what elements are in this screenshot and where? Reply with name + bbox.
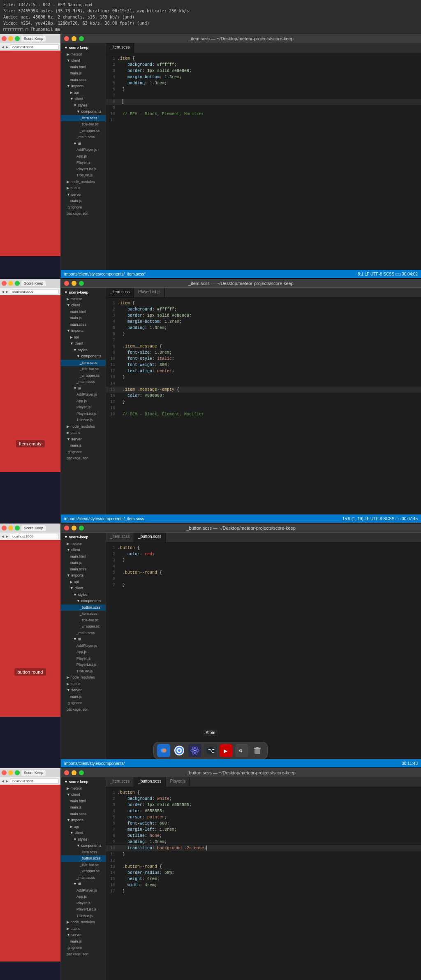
tree-ui-3[interactable]: ▼ ui (61, 636, 106, 643)
editor-tab-itemscss-3[interactable]: _item.scss (106, 533, 134, 542)
tree-buttonscss-3[interactable]: _button.scss (61, 605, 106, 611)
tree-item-mainscss-1[interactable]: main.scss (61, 77, 106, 83)
dock-chrome[interactable] (173, 744, 186, 757)
browser-tab-4[interactable]: Score Keep (21, 770, 46, 776)
tree-packagejson-3[interactable]: package.json (61, 707, 106, 713)
tree-mainhtml-4[interactable]: main.html (61, 798, 106, 805)
tree-components-4[interactable]: ▼ components (61, 843, 106, 849)
tree-imports-4[interactable]: ▼ imports (61, 817, 106, 824)
tree-packagejson-2[interactable]: package.json (61, 455, 106, 462)
tree-serverjs-3[interactable]: main.js (61, 694, 106, 700)
tree-item-meteor-1[interactable]: ▶ meteor (61, 51, 106, 58)
tree-item-appjs-1[interactable]: App.js (61, 153, 106, 160)
tree-item-titlebar-1[interactable]: _title-bar.sc (61, 121, 106, 128)
tree-playerjs-3[interactable]: Player.js (61, 656, 106, 662)
tree-mainscss2-3[interactable]: _main.scss (61, 630, 106, 637)
tree-mainjs-3[interactable]: main.js (61, 560, 106, 566)
tl-yellow-2[interactable] (8, 281, 13, 286)
editor-tl-yellow-4[interactable] (72, 770, 76, 775)
tree-item-mainscss2-1[interactable]: _main.scss (61, 134, 106, 141)
tree-item-playerlist-1[interactable]: PlayerList.js (61, 166, 106, 173)
editor-tab-itemscss-2[interactable]: _item.scss (106, 288, 134, 297)
dock-github[interactable]: ⌥ (204, 744, 217, 757)
tree-gitignore-4[interactable]: .gitignore (61, 945, 106, 951)
tree-item-gitignore-1[interactable]: .gitignore (61, 204, 106, 211)
tree-item-ui-1[interactable]: ▼ ui (61, 141, 106, 147)
browser-tab-3[interactable]: Score Keep (21, 525, 46, 531)
browser-tab-1[interactable]: Score Keep (21, 36, 46, 42)
tree-server-4[interactable]: ▼ server (61, 932, 106, 938)
tree-wrapper-4[interactable]: _wrapper.sc (61, 868, 106, 875)
tree-components-2[interactable]: ▼ components (61, 353, 106, 360)
tree-item-itemscss-1[interactable]: _item.scss (61, 115, 106, 122)
tree-item-mainjs-1[interactable]: main.js (61, 70, 106, 77)
tree-serverjs-2[interactable]: main.js (61, 443, 106, 449)
tree-item-addplayer-1[interactable]: AddPlayer.js (61, 147, 106, 153)
tree-titlebarjs-2[interactable]: TitleBar.js (61, 417, 106, 424)
tree-mainscss-2[interactable]: main.scss (61, 322, 106, 328)
tree-gitignore-3[interactable]: .gitignore (61, 700, 106, 707)
editor-tl-red-4[interactable] (64, 770, 69, 775)
tree-playerlist-4[interactable]: PlayerList.js (61, 906, 106, 913)
tree-playerlist-3[interactable]: PlayerList.js (61, 662, 106, 668)
editor-tl-red-3[interactable] (64, 526, 69, 531)
tree-playerjs-2[interactable]: Player.js (61, 404, 106, 411)
tree-mainjs-2[interactable]: main.js (61, 315, 106, 322)
tree-item-nodemodules-1[interactable]: ▶ node_modules (61, 179, 106, 185)
tree-item-packagejson-1[interactable]: package.json (61, 211, 106, 217)
tl-red-3[interactable] (2, 526, 7, 531)
editor-tl-green-2[interactable] (79, 281, 84, 286)
tree-styles-2[interactable]: ▼ styles (61, 347, 106, 354)
tree-item-wrapper-1[interactable]: _wrapper.sc (61, 128, 106, 134)
editor-tl-green-3[interactable] (79, 526, 84, 531)
tree-mainscss-3[interactable]: main.scss (61, 566, 106, 573)
tree-components-3[interactable]: ▼ components (61, 598, 106, 605)
tree-server-2[interactable]: ▼ server (61, 436, 106, 443)
tree-titlebar-3[interactable]: _title-bar.sc (61, 617, 106, 624)
tl-green-2[interactable] (15, 281, 20, 286)
tree-meteor-4[interactable]: ▶ meteor (61, 785, 106, 792)
tree-itemscss-3[interactable]: _item.scss (61, 611, 106, 617)
code-content-2[interactable]: 1.item { 2 background: #ffffff; 3 border… (106, 298, 421, 514)
tl-red-4[interactable] (2, 770, 7, 775)
tl-green-4[interactable] (15, 770, 20, 775)
tree-mainscss-4[interactable]: main.scss (61, 811, 106, 818)
tree-root-2[interactable]: ▼ score-keep (61, 290, 106, 296)
tree-mainscss2-4[interactable]: _main.scss (61, 875, 106, 881)
editor-tl-red-1[interactable] (64, 36, 69, 41)
address-field-2[interactable]: localhost:3000 (10, 289, 59, 294)
address-field-3[interactable]: localhost:3000 (10, 534, 59, 539)
tree-appjs-2[interactable]: App.js (61, 398, 106, 405)
tree-playerlist-2[interactable]: PlayerList.js (61, 411, 106, 417)
tl-yellow-1[interactable] (8, 36, 13, 41)
tree-itemscss-2[interactable]: _item.scss (61, 360, 106, 366)
editor-tab-playerjs-4[interactable]: Player.js (166, 777, 190, 787)
tree-styles-4[interactable]: ▼ styles (61, 836, 106, 843)
tree-client-3[interactable]: ▼ client (61, 547, 106, 554)
tree-ui-2[interactable]: ▼ ui (61, 385, 106, 392)
editor-tab-itemscss-1[interactable]: _item.scss (106, 43, 134, 53)
dock-atom[interactable] (188, 744, 201, 757)
tree-appjs-4[interactable]: App.js (61, 894, 106, 900)
tree-gitignore-2[interactable]: .gitignore (61, 449, 106, 456)
tree-root-4[interactable]: ▼ score-keep (61, 779, 106, 785)
tl-yellow-3[interactable] (8, 526, 13, 531)
tree-item-styles-1[interactable]: ▼ styles (61, 102, 106, 109)
dock-finder[interactable] (157, 744, 170, 757)
address-field-1[interactable]: localhost:3000 (10, 44, 59, 50)
tree-addplayer-2[interactable]: AddPlayer.js (61, 392, 106, 398)
tree-mainscss2-2[interactable]: _main.scss (61, 379, 106, 385)
tree-client-4[interactable]: ▼ client (61, 792, 106, 798)
editor-tl-yellow-1[interactable] (72, 36, 76, 41)
tree-meteor-2[interactable]: ▶ meteor (61, 296, 106, 303)
tree-packagejson-4[interactable]: package.json (61, 951, 106, 958)
tree-item-mainhtml-1[interactable]: main.html (61, 64, 106, 71)
dock-trash[interactable] (251, 744, 264, 757)
tree-itemscss-4[interactable]: _item.scss (61, 849, 106, 856)
tree-imports-2[interactable]: ▼ imports (61, 328, 106, 334)
tree-mainhtml-2[interactable]: main.html (61, 309, 106, 315)
tree-buttonscss-4[interactable]: _button.scss (61, 855, 106, 862)
tree-nodemodules-2[interactable]: ▶ node_modules (61, 424, 106, 430)
editor-tab-buttonscss-3[interactable]: _button.scss (134, 533, 166, 542)
code-content-1[interactable]: 1.item { 2 background: #ffffff; 3 border… (106, 53, 421, 270)
